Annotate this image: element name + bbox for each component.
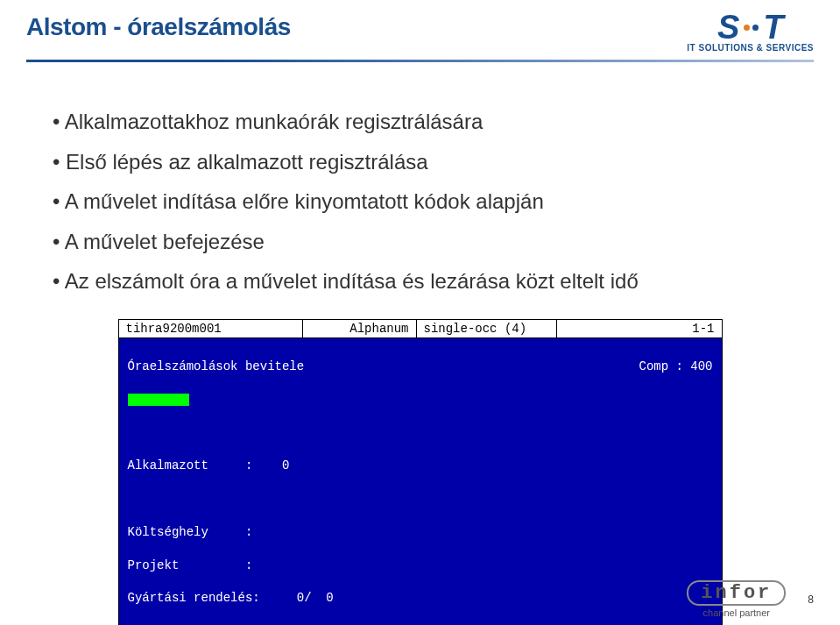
logo-tagline: IT SOLUTIONS & SERVICES [687,43,814,53]
field-projekt: Projekt : [128,558,713,574]
cursor-icon [128,394,189,406]
status-pos: 1-1 [557,320,722,337]
st-logo-main: S T [687,9,814,46]
field-koltseghely: Költséghely : [128,524,713,541]
terminal-screen-title: Óraelszámolások bevitele [128,359,305,375]
terminal-window: tihra9200m001 Alphanum single-occ (4) 1-… [118,319,723,625]
terminal-blank [128,424,713,441]
page-number: 8 [808,593,814,606]
slide-header: Alstom - óraelszámolás S T IT SOLUTIONS … [0,0,840,53]
status-session: tihra9200m001 [119,320,303,337]
logo-letter-t: T [763,9,783,46]
terminal-status-bar: tihra9200m001 Alphanum single-occ (4) 1-… [119,320,722,338]
bullet-item: Alkalmazottakhoz munkaórák regisztrálásá… [53,102,787,142]
bullet-item: Első lépés az alkalmazott regisztrálása [53,142,787,182]
terminal-blank [128,491,713,508]
status-mode: Alphanum [303,320,417,337]
slide-content: Alkalmazottakhoz munkaórák regisztrálásá… [0,62,840,625]
bullet-item: A művelet indítása előre kinyomtatott kó… [53,181,787,222]
terminal-body[interactable]: Óraelszámolások beviteleComp : 400 Alkal… [119,338,722,625]
slide-footer: infor channel partner 8 [687,580,814,618]
logo-dot-orange [744,25,750,31]
infor-logo-sub: channel partner [687,607,786,618]
slide-title: Alstom - óraelszámolás [26,13,291,41]
field-alkalmazott: Alkalmazott : 0 [128,458,713,474]
terminal-cursor-line [128,392,713,408]
logo-dot-blue [752,25,759,31]
logo-dots [744,25,759,31]
bullet-item: Az elszámolt óra a művelet indítása és l… [53,261,787,302]
status-occ: single-occ (4) [417,320,557,337]
field-gyartasi: Gyártási rendelés: 0/ 0 [128,590,713,607]
logo-letter-s: S [717,9,739,46]
terminal-title-row: Óraelszámolások beviteleComp : 400 [128,359,713,375]
bullet-item: A művelet befejezése [53,222,787,262]
bullet-list: Alkalmazottakhoz munkaórák regisztrálásá… [53,102,787,302]
st-logo: S T IT SOLUTIONS & SERVICES [687,9,814,53]
terminal-comp-label: Comp : 400 [639,359,712,375]
infor-logo-text: infor [687,580,786,606]
infor-logo: infor channel partner [687,580,786,618]
